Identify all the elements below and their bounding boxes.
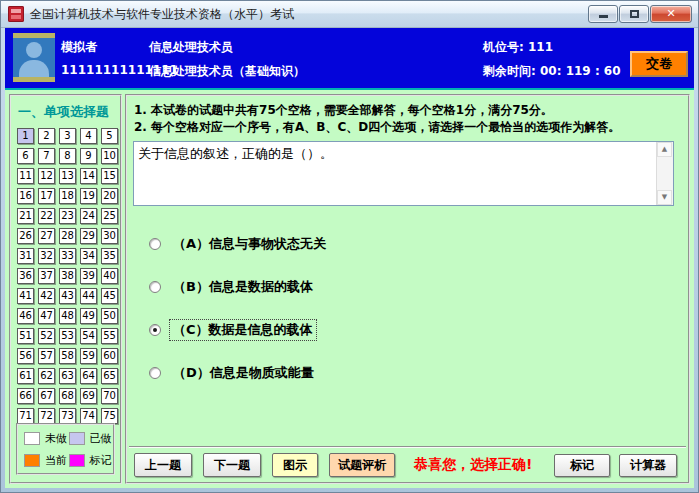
radio-icon[interactable] xyxy=(149,238,161,250)
question-number-button[interactable]: 68 xyxy=(59,388,76,404)
question-number-button[interactable]: 44 xyxy=(80,288,97,304)
question-number-button[interactable]: 16 xyxy=(17,188,34,204)
calculator-button[interactable]: 计算器 xyxy=(619,454,677,477)
question-number-button[interactable]: 45 xyxy=(101,288,118,304)
question-number-button[interactable]: 37 xyxy=(38,268,55,284)
question-number-button[interactable]: 47 xyxy=(38,308,55,324)
question-number-button[interactable]: 74 xyxy=(80,408,97,424)
question-number-button[interactable]: 34 xyxy=(80,248,97,264)
question-number-button[interactable]: 64 xyxy=(80,368,97,384)
question-number-button[interactable]: 24 xyxy=(80,208,97,224)
submit-exam-button[interactable]: 交卷 xyxy=(630,51,688,77)
question-number-button[interactable]: 71 xyxy=(17,408,34,424)
question-number-button[interactable]: 15 xyxy=(101,168,118,184)
question-number-button[interactable]: 36 xyxy=(17,268,34,284)
question-number-button[interactable]: 49 xyxy=(80,308,97,324)
question-number-button[interactable]: 72 xyxy=(38,408,55,424)
scroll-down-icon[interactable]: ▼ xyxy=(657,190,672,205)
question-number-button[interactable]: 29 xyxy=(80,228,97,244)
question-number-button[interactable]: 42 xyxy=(38,288,55,304)
question-number-button[interactable]: 63 xyxy=(59,368,76,384)
prev-question-button[interactable]: 上一题 xyxy=(134,453,192,477)
question-number-button[interactable]: 62 xyxy=(38,368,55,384)
question-number-button[interactable]: 73 xyxy=(59,408,76,424)
legend-label: 当前 xyxy=(45,453,67,468)
question-number-button[interactable]: 75 xyxy=(101,408,118,424)
question-number-button[interactable]: 11 xyxy=(17,168,34,184)
question-number-button[interactable]: 66 xyxy=(17,388,34,404)
question-number-button[interactable]: 61 xyxy=(17,368,34,384)
question-number-button[interactable]: 40 xyxy=(101,268,118,284)
question-number-button[interactable]: 59 xyxy=(80,348,97,364)
legend-item: 未做 xyxy=(24,431,69,446)
question-number-button[interactable]: 4 xyxy=(80,128,97,144)
question-number-button[interactable]: 5 xyxy=(101,128,118,144)
question-number-button[interactable]: 57 xyxy=(38,348,55,364)
question-number-button[interactable]: 21 xyxy=(17,208,34,224)
question-number-button[interactable]: 70 xyxy=(101,388,118,404)
question-number-button[interactable]: 53 xyxy=(59,328,76,344)
scrollbar[interactable]: ▲ ▼ xyxy=(656,142,673,205)
question-number-button[interactable]: 13 xyxy=(59,168,76,184)
question-number-button[interactable]: 19 xyxy=(80,188,97,204)
question-number-button[interactable]: 67 xyxy=(38,388,55,404)
question-number-button[interactable]: 46 xyxy=(17,308,34,324)
question-number-button[interactable]: 22 xyxy=(38,208,55,224)
question-number-button[interactable]: 7 xyxy=(38,148,55,164)
question-number-button[interactable]: 52 xyxy=(38,328,55,344)
question-number-button[interactable]: 43 xyxy=(59,288,76,304)
question-number-button[interactable]: 60 xyxy=(101,348,118,364)
question-number-button[interactable]: 48 xyxy=(59,308,76,324)
question-number-button[interactable]: 65 xyxy=(101,368,118,384)
question-number-button[interactable]: 12 xyxy=(38,168,55,184)
question-number-button[interactable]: 51 xyxy=(17,328,34,344)
question-number-button[interactable]: 54 xyxy=(80,328,97,344)
question-number-button[interactable]: 25 xyxy=(101,208,118,224)
question-textbox[interactable]: 关于信息的叙述，正确的是（）。 ▲ ▼ xyxy=(133,141,674,206)
question-number-button[interactable]: 41 xyxy=(17,288,34,304)
scroll-up-icon[interactable]: ▲ xyxy=(657,142,672,157)
question-number-button[interactable]: 27 xyxy=(38,228,55,244)
question-number-button[interactable]: 23 xyxy=(59,208,76,224)
question-number-button[interactable]: 20 xyxy=(101,188,118,204)
question-number-button[interactable]: 1 xyxy=(17,128,34,144)
remaining-time: 剩余时间: 00: 119 : 60 xyxy=(483,63,621,80)
next-question-button[interactable]: 下一题 xyxy=(203,453,261,477)
analysis-button[interactable]: 试题评析 xyxy=(329,453,395,477)
question-number-button[interactable]: 17 xyxy=(38,188,55,204)
question-number-button[interactable]: 58 xyxy=(59,348,76,364)
question-number-button[interactable]: 33 xyxy=(59,248,76,264)
minimize-button[interactable] xyxy=(588,5,618,23)
question-number-button[interactable]: 50 xyxy=(101,308,118,324)
question-number-button[interactable]: 35 xyxy=(101,248,118,264)
question-number-button[interactable]: 3 xyxy=(59,128,76,144)
question-number-button[interactable]: 30 xyxy=(101,228,118,244)
radio-icon[interactable] xyxy=(149,324,161,336)
question-number-button[interactable]: 55 xyxy=(101,328,118,344)
answer-option[interactable]: （D）信息是物质或能量 xyxy=(149,363,329,383)
question-number-button[interactable]: 26 xyxy=(17,228,34,244)
question-number-button[interactable]: 32 xyxy=(38,248,55,264)
question-number-button[interactable]: 10 xyxy=(101,148,118,164)
question-number-button[interactable]: 38 xyxy=(59,268,76,284)
mark-button[interactable]: 标记 xyxy=(554,454,610,477)
question-number-button[interactable]: 28 xyxy=(59,228,76,244)
radio-icon[interactable] xyxy=(149,367,161,379)
question-number-button[interactable]: 18 xyxy=(59,188,76,204)
question-number-button[interactable]: 39 xyxy=(80,268,97,284)
question-number-button[interactable]: 14 xyxy=(80,168,97,184)
radio-icon[interactable] xyxy=(149,281,161,293)
maximize-button[interactable] xyxy=(619,5,649,23)
question-number-button[interactable]: 8 xyxy=(59,148,76,164)
answer-option[interactable]: （B）信息是数据的载体 xyxy=(149,277,329,297)
question-number-button[interactable]: 31 xyxy=(17,248,34,264)
close-button[interactable]: ✕ xyxy=(650,5,692,23)
question-number-button[interactable]: 2 xyxy=(38,128,55,144)
question-number-button[interactable]: 56 xyxy=(17,348,34,364)
question-number-button[interactable]: 9 xyxy=(80,148,97,164)
question-number-button[interactable]: 69 xyxy=(80,388,97,404)
question-number-button[interactable]: 6 xyxy=(17,148,34,164)
answer-option[interactable]: （A）信息与事物状态无关 xyxy=(149,234,329,254)
diagram-button[interactable]: 图示 xyxy=(272,453,318,477)
answer-option[interactable]: （C）数据是信息的载体 xyxy=(149,320,329,340)
